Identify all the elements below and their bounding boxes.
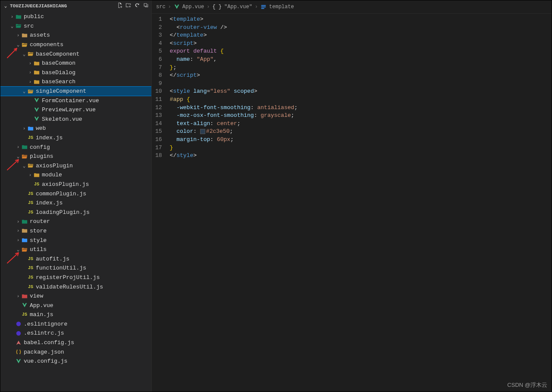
tree-file[interactable]: vue.config.js [0, 357, 151, 366]
chevron-icon[interactable]: › [15, 144, 21, 150]
tree-file[interactable]: App.vue [0, 301, 151, 310]
chevron-icon[interactable]: › [21, 126, 27, 131]
tree-folder[interactable]: ›config [0, 142, 151, 152]
tree-folder[interactable]: ›style [0, 235, 151, 245]
tree-folder[interactable]: ›baseDialog [0, 68, 151, 78]
chevron-icon[interactable]: ⌄ [15, 247, 21, 252]
folder-icon [21, 42, 28, 48]
tree-item-label: package.json [24, 349, 64, 355]
tree-item-label: baseComponent [36, 51, 79, 57]
tree-folder[interactable]: ⌄src [0, 22, 151, 31]
tree-file[interactable]: JSindex.js [0, 198, 151, 208]
tree-folder[interactable]: ⌄plugins [0, 152, 151, 161]
tree-folder[interactable]: ⌄singleComponent [0, 87, 151, 96]
tree-file[interactable]: JScommonPlugin.js [0, 189, 151, 198]
tree-file[interactable]: JSautofit.js [0, 254, 151, 263]
explorer-header[interactable]: ⌄ TOUZIJUECEJIASHICANG [0, 0, 151, 11]
tree-folder[interactable]: ›public [0, 12, 151, 22]
tree-folder[interactable]: ›router [0, 217, 151, 226]
tree-file[interactable]: PreviewLayer.vue [0, 105, 151, 115]
chevron-icon[interactable]: › [15, 219, 21, 224]
json-icon [15, 349, 22, 355]
vue-icon [15, 358, 22, 364]
vue-icon [33, 107, 40, 113]
folder-icon [33, 79, 40, 85]
file-tree[interactable]: ›public⌄src›assets⌄components⌄baseCompon… [0, 11, 151, 392]
tree-item-label: public [24, 13, 44, 20]
breadcrumb[interactable]: src › App.vue › { } "App.vue" › template [152, 0, 552, 14]
tree-file[interactable]: .eslintignore [0, 320, 151, 329]
chevron-icon[interactable]: › [15, 33, 21, 38]
chevron-icon[interactable]: ⌄ [15, 154, 21, 159]
tree-file[interactable]: JSindex.js [0, 133, 151, 143]
vue-icon [174, 4, 180, 10]
tree-folder[interactable]: ›view [0, 292, 151, 301]
chevron-icon[interactable]: ⌄ [21, 51, 27, 57]
explorer-sidebar: ⌄ TOUZIJUECEJIASHICANG [0, 0, 152, 392]
tree-folder[interactable]: ›baseSearch [0, 77, 151, 87]
js-icon: JS [27, 191, 34, 196]
tree-item-label: index.js [36, 135, 63, 141]
tree-item-label: index.js [36, 200, 63, 206]
tree-file[interactable]: package.json [0, 347, 151, 357]
tree-item-label: autofit.js [36, 256, 69, 262]
chevron-icon[interactable]: ⌄ [9, 23, 15, 29]
code-area[interactable]: 123456789101112131415161718 <template> <… [152, 14, 552, 392]
breadcrumb-part[interactable]: App.vue [182, 4, 204, 10]
folder-icon [21, 219, 28, 225]
tree-file[interactable]: babel.config.js [0, 338, 151, 348]
chevron-icon[interactable]: › [15, 228, 21, 233]
new-file-icon[interactable] [117, 2, 123, 9]
tree-file[interactable]: FormContainer.vue [0, 96, 151, 105]
tree-file[interactable]: JSmain.js [0, 310, 151, 320]
chevron-icon[interactable]: › [15, 238, 21, 243]
tree-file[interactable]: JSregisterProjUtil.js [0, 273, 151, 282]
eslint-icon [15, 321, 22, 327]
js-icon: JS [27, 285, 34, 289]
breadcrumb-part[interactable]: "App.vue" [224, 4, 252, 10]
breadcrumb-part[interactable]: src [156, 4, 166, 10]
chevron-icon[interactable]: › [9, 14, 15, 19]
folder-icon [21, 228, 28, 234]
tree-folder[interactable]: ⌄utils [0, 245, 151, 254]
tree-folder[interactable]: ⌄baseComponent [0, 49, 151, 59]
tree-item-label: .eslintrc.js [24, 330, 64, 336]
tree-folder[interactable]: ⌄components [0, 40, 151, 50]
tree-folder[interactable]: ›module [0, 170, 151, 180]
folder-icon [33, 172, 40, 178]
tree-folder[interactable]: ›web [0, 124, 151, 133]
tree-folder[interactable]: ›store [0, 226, 151, 236]
new-folder-icon[interactable] [125, 2, 132, 9]
tree-folder[interactable]: ⌄axiosPlugin [0, 161, 151, 171]
collapse-all-icon[interactable] [143, 2, 149, 9]
chevron-icon[interactable]: ⌄ [21, 88, 27, 94]
tree-item-label: module [42, 172, 62, 178]
tree-item-label: style [30, 237, 47, 244]
tree-file[interactable]: .eslintrc.js [0, 329, 151, 338]
breadcrumb-part[interactable]: template [269, 4, 294, 10]
explorer-actions [117, 2, 149, 9]
editor-pane: src › App.vue › { } "App.vue" › template… [152, 0, 552, 392]
folder-icon [33, 69, 40, 75]
tree-file[interactable]: Skeleton.vue [0, 115, 151, 124]
chevron-icon[interactable]: › [27, 172, 33, 178]
tree-item-label: axiosPlugin [36, 163, 73, 169]
chevron-icon[interactable]: › [27, 61, 33, 66]
folder-icon [33, 60, 40, 66]
chevron-icon[interactable]: › [15, 294, 21, 299]
tree-file[interactable]: JSaxiosPlugin.js [0, 180, 151, 189]
tree-folder[interactable]: ›assets [0, 31, 151, 40]
braces-icon: { } [212, 4, 222, 10]
refresh-icon[interactable] [134, 2, 140, 9]
tree-file[interactable]: JSloadingPlugin.js [0, 207, 151, 217]
chevron-icon[interactable]: ⌄ [15, 42, 21, 47]
tree-folder[interactable]: ›baseCommon [0, 59, 151, 68]
code-content[interactable]: <template> <router-view /></template><sc… [170, 16, 552, 392]
chevron-icon[interactable]: › [27, 70, 33, 75]
tree-file[interactable]: JSvalidateRulesUtil.js [0, 282, 151, 292]
chevron-icon[interactable]: ⌄ [21, 163, 27, 169]
tree-item-label: assets [30, 32, 50, 38]
chevron-icon[interactable]: › [27, 79, 33, 85]
tree-file[interactable]: JSfunctionUtil.js [0, 263, 151, 273]
tree-item-label: FormContainer.vue [42, 97, 99, 104]
